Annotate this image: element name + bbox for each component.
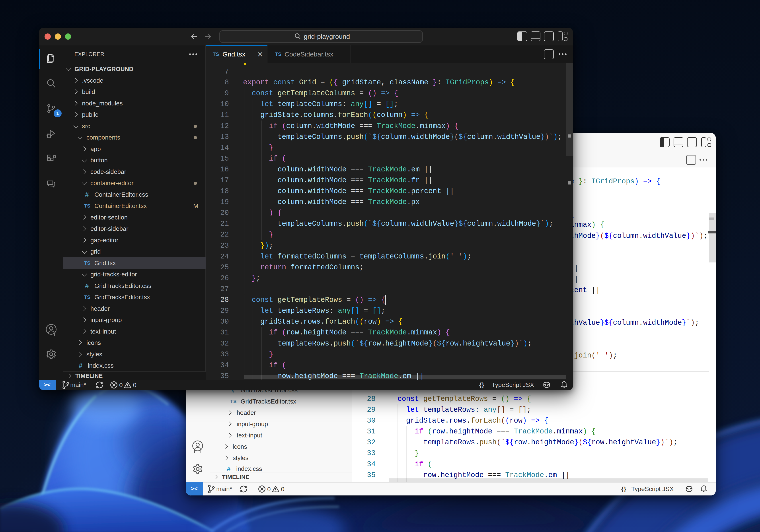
svg-text:0: 0 [267, 486, 271, 493]
svg-text:0: 0 [119, 381, 123, 388]
svg-text:0: 0 [133, 381, 136, 388]
svg-text:0: 0 [281, 486, 284, 493]
